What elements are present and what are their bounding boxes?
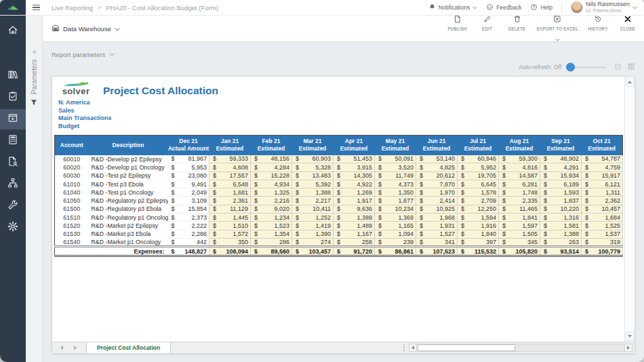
estimate-cell[interactable]: $86,861 [375, 247, 416, 256]
estimate-cell[interactable]: $1,931 [416, 222, 458, 230]
sidebar-item-library[interactable] [0, 66, 26, 86]
sidebar-item-tasks[interactable] [0, 87, 26, 108]
sidebar-item-budgeting[interactable] [0, 131, 26, 151]
estimate-cell[interactable]: $91,720 [334, 247, 375, 256]
edit-button[interactable]: EDIT [477, 14, 498, 31]
estimate-cell[interactable]: $2,335 [499, 197, 540, 205]
estimate-cell[interactable]: $108,094 [209, 247, 251, 256]
estimate-cell[interactable]: $1,388 [292, 188, 334, 197]
estimate-cell[interactable]: $1,354 [251, 230, 292, 238]
estimate-cell[interactable]: $1,581 [540, 222, 582, 230]
estimate-cell[interactable]: $1,165 [375, 222, 416, 230]
estimate-cell[interactable]: $1,269 [334, 188, 375, 197]
estimate-cell[interactable]: $2,216 [251, 197, 292, 205]
estimate-cell[interactable]: $1,489 [334, 222, 375, 230]
estimate-cell[interactable]: $239 [375, 238, 416, 246]
estimate-cell[interactable]: $7,870 [416, 180, 458, 188]
estimate-cell[interactable]: $51,453 [334, 155, 375, 163]
estimate-cell[interactable]: $1,968 [416, 214, 458, 222]
report-parameters-dropdown[interactable]: Report parameters [52, 51, 115, 58]
feedback-button[interactable]: Feedback [486, 3, 521, 12]
estimate-cell[interactable]: $4,934 [251, 180, 292, 188]
tab-scroll-splitter[interactable] [399, 344, 409, 351]
estimate-cell[interactable]: $12,250 [458, 205, 499, 213]
estimate-cell[interactable]: $4,291 [540, 163, 582, 172]
estimate-cell[interactable]: $1,916 [458, 222, 499, 230]
estimate-cell[interactable]: $60,903 [292, 155, 334, 163]
estimate-cell[interactable]: $1,505 [499, 230, 540, 238]
estimate-cell[interactable]: $1,419 [292, 222, 334, 230]
estimate-cell[interactable]: $1,593 [540, 188, 582, 197]
estimate-cell[interactable]: $4,825 [416, 163, 458, 172]
estimate-cell[interactable]: $1,677 [375, 197, 416, 205]
horizontal-scroll-thumb[interactable] [418, 344, 515, 351]
estimate-cell[interactable]: $19,705 [458, 172, 499, 180]
estimate-cell[interactable]: $15,917 [582, 172, 623, 180]
estimate-cell[interactable]: $1,389 [334, 214, 375, 222]
estimate-cell[interactable]: $11,129 [209, 205, 251, 213]
user-menu[interactable]: Nils Rasmussen 12. Pharma Demo [571, 1, 637, 14]
data-warehouse-selector[interactable]: Data Warehouse [52, 24, 120, 33]
horizontal-scrollbar[interactable] [409, 344, 632, 352]
estimate-cell[interactable]: $6,189 [540, 180, 582, 188]
estimate-cell[interactable]: $10,457 [582, 205, 623, 213]
estimate-cell[interactable]: $286 [251, 238, 292, 246]
estimate-cell[interactable]: $1,917 [334, 197, 375, 205]
notifications-button[interactable]: Notifications [428, 3, 477, 12]
estimate-cell[interactable]: $345 [499, 238, 540, 246]
estimate-cell[interactable]: $1,837 [540, 197, 582, 205]
scroll-left-button[interactable] [409, 344, 417, 352]
estimate-cell[interactable]: $274 [292, 238, 334, 246]
estimate-cell[interactable]: $60,946 [458, 155, 499, 163]
estimate-cell[interactable]: $1,684 [582, 214, 623, 222]
scroll-right-button[interactable] [624, 344, 632, 352]
help-button[interactable]: ? Help [530, 3, 552, 12]
estimate-cell[interactable]: $48,902 [540, 155, 582, 163]
estimate-cell[interactable]: $1,167 [334, 230, 375, 238]
estimate-cell[interactable]: $1,970 [416, 188, 458, 197]
estimate-cell[interactable]: $350 [209, 238, 251, 246]
estimate-cell[interactable]: $11,749 [375, 172, 416, 180]
auto-refresh-slider[interactable] [567, 66, 606, 68]
estimate-cell[interactable]: $11,465 [499, 205, 540, 213]
estimate-cell[interactable]: $1,523 [251, 222, 292, 230]
estimate-cell[interactable]: $4,284 [251, 163, 292, 172]
estimate-cell[interactable]: $397 [458, 238, 499, 246]
export-to-excel-button[interactable]: EXPORT TO EXCEL [537, 14, 578, 44]
estimate-cell[interactable]: $4,816 [499, 163, 540, 172]
estimate-cell[interactable]: $1,597 [499, 222, 540, 230]
estimate-cell[interactable]: $4,373 [375, 180, 416, 188]
estimate-cell[interactable]: $9,636 [334, 205, 375, 213]
scroll-down-button[interactable] [626, 331, 634, 341]
scroll-up-button[interactable] [626, 77, 634, 87]
estimate-cell[interactable]: $17,557 [209, 172, 251, 180]
estimate-cell[interactable]: $107,523 [416, 247, 458, 256]
estimate-cell[interactable]: $6,121 [582, 180, 623, 188]
estimate-cell[interactable]: $341 [416, 238, 458, 246]
estimate-cell[interactable]: $13,483 [292, 172, 334, 180]
estimate-cell[interactable]: $1,388 [540, 230, 582, 238]
parameters-panel-collapsed[interactable]: Parameters » [26, 16, 43, 362]
breadcrumb-section[interactable]: Live Reporting [52, 4, 93, 12]
estimate-cell[interactable]: $115,532 [458, 247, 499, 256]
previous-sheet-button[interactable] [60, 346, 63, 350]
estimate-cell[interactable]: $1,311 [582, 188, 623, 197]
history-button[interactable]: HISTORY [588, 14, 608, 31]
estimate-cell[interactable]: $1,350 [375, 188, 416, 197]
estimate-cell[interactable]: $1,325 [251, 188, 292, 197]
expand-chevrons-icon[interactable]: » [31, 50, 38, 54]
estimate-cell[interactable]: $1,510 [209, 222, 251, 230]
estimate-cell[interactable]: $5,952 [458, 163, 499, 172]
estimate-cell[interactable]: $319 [582, 238, 623, 246]
estimate-cell[interactable]: $1,390 [292, 230, 334, 238]
estimate-cell[interactable]: $4,759 [582, 163, 623, 172]
estimate-cell[interactable]: $3,915 [334, 163, 375, 172]
estimate-cell[interactable]: $2,414 [416, 197, 458, 205]
estimate-cell[interactable]: $14,305 [334, 172, 375, 180]
estimate-cell[interactable]: $1,594 [458, 214, 499, 222]
vertical-scrollbar[interactable] [624, 77, 635, 342]
estimate-cell[interactable]: $1,748 [499, 188, 540, 197]
estimate-cell[interactable]: $2,362 [582, 197, 623, 205]
estimate-cell[interactable]: $59,333 [209, 155, 251, 163]
auto-refresh-knob[interactable] [566, 63, 575, 72]
